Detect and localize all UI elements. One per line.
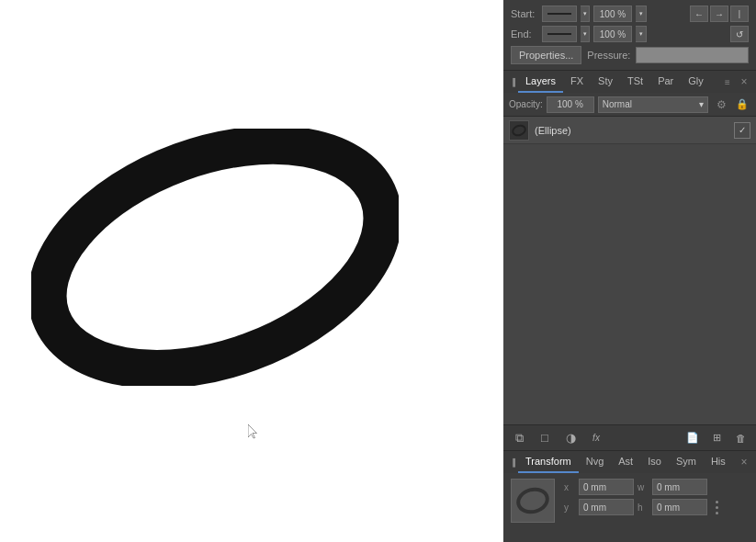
layers-content: (Ellipse) ✓ <box>503 117 756 424</box>
properties-button[interactable]: Properties... <box>511 46 581 64</box>
end-line-dropdown[interactable]: ▾ <box>581 26 590 42</box>
end-label: End: <box>511 28 538 40</box>
pin-icon[interactable]: | <box>730 6 749 22</box>
start-percent[interactable]: 100 % <box>593 6 632 22</box>
start-line-style[interactable] <box>542 6 577 22</box>
stack-icon[interactable]: ⧉ <box>509 428 529 448</box>
panel-collapse-btn[interactable]: ▐ <box>507 71 518 93</box>
tab-nvg[interactable]: Nvg <box>579 451 612 473</box>
svg-point-0 <box>31 129 399 386</box>
new-layer-icon[interactable]: □ <box>535 428 555 448</box>
tab-par[interactable]: Par <box>650 71 681 93</box>
tab-sym[interactable]: Sym <box>669 451 704 473</box>
end-line-style[interactable] <box>542 26 577 42</box>
tab-sty[interactable]: Sty <box>591 71 620 93</box>
end-percent[interactable]: 100 % <box>593 26 632 42</box>
tab-fx[interactable]: FX <box>563 71 591 93</box>
arrow-right-btn[interactable]: → <box>710 6 728 22</box>
transform-close-btn[interactable]: × <box>736 451 752 473</box>
tab-gly[interactable]: Gly <box>681 71 711 93</box>
grid-icon[interactable]: ⊞ <box>706 428 727 448</box>
start-row: Start: ▾ 100 % ▾ ← → | <box>511 6 749 22</box>
layer-item-ellipse[interactable]: (Ellipse) ✓ <box>503 117 756 144</box>
transform-collapse-btn[interactable]: ▐ <box>507 451 518 473</box>
refresh-btn[interactable]: ↺ <box>730 26 749 42</box>
opacity-label: Opacity: <box>509 99 543 109</box>
new-doc-icon[interactable]: 📄 <box>683 428 703 448</box>
ellipse-thumb-icon <box>510 122 527 138</box>
w-input[interactable]: 0 mm <box>652 479 707 495</box>
transform-fields: x 0 mm w 0 mm y 0 mm h 0 mm <box>503 473 756 528</box>
cursor <box>248 424 259 439</box>
lock-button[interactable]: 🔒 <box>734 96 750 114</box>
layer-thumbnail <box>509 120 529 141</box>
transform-tabs: Transform Nvg Ast Iso Sym His <box>518 451 736 473</box>
canvas-area <box>0 0 503 542</box>
panel-header: ▐ Layers FX Sty TSt Par Gly ≡ × <box>503 71 756 93</box>
blend-mode-value: Normal <box>603 99 632 109</box>
tab-iso[interactable]: Iso <box>640 451 669 473</box>
layers-toolbar: ⧉ □ ◑ fx 📄 ⊞ 🗑 <box>503 424 756 450</box>
stroke-line-preview <box>547 13 571 15</box>
opacity-input[interactable]: 100 % <box>547 96 594 113</box>
circle-half-icon[interactable]: ◑ <box>560 428 581 448</box>
tab-layers[interactable]: Layers <box>518 71 563 93</box>
start-line-dropdown[interactable]: ▾ <box>581 6 590 22</box>
tab-ast[interactable]: Ast <box>611 451 640 473</box>
blend-mode-arrow: ▾ <box>699 99 704 109</box>
layer-visibility-toggle[interactable]: ✓ <box>734 122 750 139</box>
panel-close-btn[interactable]: × <box>736 71 752 93</box>
start-percent-dropdown[interactable]: ▾ <box>636 6 647 22</box>
pressure-label: Pressure: <box>587 50 630 61</box>
properties-row: Properties... Pressure: <box>511 46 749 64</box>
pressure-bar[interactable] <box>636 47 749 63</box>
w-label: w <box>638 482 649 492</box>
transform-header: ▐ Transform Nvg Ast Iso Sym His × <box>503 451 756 473</box>
layer-name: (Ellipse) <box>535 125 728 136</box>
blend-mode-dropdown[interactable]: Normal ▾ <box>598 96 708 113</box>
transform-panel: ▐ Transform Nvg Ast Iso Sym His × <box>503 450 756 542</box>
y-label: y <box>564 502 575 513</box>
layers-controls: Opacity: 100 % Normal ▾ ⚙ 🔒 <box>503 93 756 117</box>
tab-his[interactable]: His <box>704 451 733 473</box>
h-label: h <box>638 502 649 513</box>
ellipse-drawing <box>31 129 399 388</box>
tab-tst[interactable]: TSt <box>620 71 650 93</box>
transform-thumbnail <box>511 479 555 523</box>
y-input[interactable]: 0 mm <box>579 499 634 515</box>
h-input[interactable]: 0 mm <box>652 499 707 515</box>
fx-text-icon[interactable]: fx <box>586 428 606 448</box>
end-percent-dropdown[interactable]: ▾ <box>636 26 647 42</box>
right-panel: Start: ▾ 100 % ▾ ← → | End: ▾ 100 % ▾ ↺ <box>503 0 756 542</box>
end-line-preview <box>547 33 571 35</box>
arrow-left-btn[interactable]: ← <box>690 6 708 22</box>
panel-menu-btn[interactable]: ≡ <box>719 71 736 93</box>
gear-button[interactable]: ⚙ <box>712 96 730 114</box>
tab-transform[interactable]: Transform <box>518 451 579 473</box>
stroke-panel: Start: ▾ 100 % ▾ ← → | End: ▾ 100 % ▾ ↺ <box>503 0 756 71</box>
end-row: End: ▾ 100 % ▾ ↺ <box>511 26 749 42</box>
x-input[interactable]: 0 mm <box>579 479 634 495</box>
start-label: Start: <box>511 8 538 19</box>
x-label: x <box>564 482 575 492</box>
layers-panel: ▐ Layers FX Sty TSt Par Gly ≡ × Opacity:… <box>503 71 756 450</box>
delete-icon[interactable]: 🗑 <box>730 428 750 448</box>
